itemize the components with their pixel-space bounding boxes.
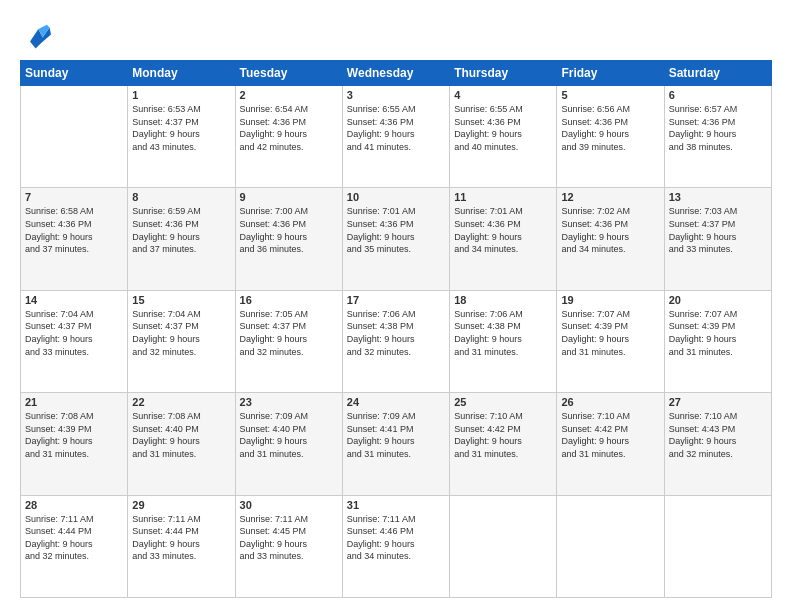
- day-number: 7: [25, 191, 123, 203]
- day-number: 10: [347, 191, 445, 203]
- col-header-friday: Friday: [557, 61, 664, 86]
- day-cell: 22Sunrise: 7:08 AMSunset: 4:40 PMDayligh…: [128, 393, 235, 495]
- day-number: 25: [454, 396, 552, 408]
- day-cell: 3Sunrise: 6:55 AMSunset: 4:36 PMDaylight…: [342, 86, 449, 188]
- day-cell: [21, 86, 128, 188]
- day-info: Sunrise: 7:11 AMSunset: 4:44 PMDaylight:…: [132, 513, 230, 563]
- day-cell: 23Sunrise: 7:09 AMSunset: 4:40 PMDayligh…: [235, 393, 342, 495]
- day-number: 23: [240, 396, 338, 408]
- day-info: Sunrise: 7:11 AMSunset: 4:46 PMDaylight:…: [347, 513, 445, 563]
- day-number: 1: [132, 89, 230, 101]
- header: [20, 18, 772, 50]
- day-number: 30: [240, 499, 338, 511]
- day-number: 2: [240, 89, 338, 101]
- day-info: Sunrise: 7:06 AMSunset: 4:38 PMDaylight:…: [454, 308, 552, 358]
- day-info: Sunrise: 7:07 AMSunset: 4:39 PMDaylight:…: [669, 308, 767, 358]
- day-info: Sunrise: 7:04 AMSunset: 4:37 PMDaylight:…: [25, 308, 123, 358]
- day-info: Sunrise: 6:54 AMSunset: 4:36 PMDaylight:…: [240, 103, 338, 153]
- day-number: 3: [347, 89, 445, 101]
- day-info: Sunrise: 7:08 AMSunset: 4:39 PMDaylight:…: [25, 410, 123, 460]
- page: SundayMondayTuesdayWednesdayThursdayFrid…: [0, 0, 792, 612]
- day-number: 16: [240, 294, 338, 306]
- day-info: Sunrise: 7:09 AMSunset: 4:41 PMDaylight:…: [347, 410, 445, 460]
- day-number: 15: [132, 294, 230, 306]
- day-cell: 26Sunrise: 7:10 AMSunset: 4:42 PMDayligh…: [557, 393, 664, 495]
- day-info: Sunrise: 7:10 AMSunset: 4:42 PMDaylight:…: [561, 410, 659, 460]
- calendar-table: SundayMondayTuesdayWednesdayThursdayFrid…: [20, 60, 772, 598]
- day-info: Sunrise: 7:00 AMSunset: 4:36 PMDaylight:…: [240, 205, 338, 255]
- day-info: Sunrise: 6:58 AMSunset: 4:36 PMDaylight:…: [25, 205, 123, 255]
- day-info: Sunrise: 7:10 AMSunset: 4:43 PMDaylight:…: [669, 410, 767, 460]
- day-cell: 19Sunrise: 7:07 AMSunset: 4:39 PMDayligh…: [557, 290, 664, 392]
- day-cell: [664, 495, 771, 597]
- day-cell: 31Sunrise: 7:11 AMSunset: 4:46 PMDayligh…: [342, 495, 449, 597]
- day-cell: 25Sunrise: 7:10 AMSunset: 4:42 PMDayligh…: [450, 393, 557, 495]
- day-number: 29: [132, 499, 230, 511]
- day-info: Sunrise: 6:53 AMSunset: 4:37 PMDaylight:…: [132, 103, 230, 153]
- day-cell: 6Sunrise: 6:57 AMSunset: 4:36 PMDaylight…: [664, 86, 771, 188]
- day-info: Sunrise: 7:03 AMSunset: 4:37 PMDaylight:…: [669, 205, 767, 255]
- day-cell: 2Sunrise: 6:54 AMSunset: 4:36 PMDaylight…: [235, 86, 342, 188]
- day-cell: 30Sunrise: 7:11 AMSunset: 4:45 PMDayligh…: [235, 495, 342, 597]
- week-row-5: 28Sunrise: 7:11 AMSunset: 4:44 PMDayligh…: [21, 495, 772, 597]
- day-number: 5: [561, 89, 659, 101]
- day-cell: 20Sunrise: 7:07 AMSunset: 4:39 PMDayligh…: [664, 290, 771, 392]
- col-header-tuesday: Tuesday: [235, 61, 342, 86]
- day-cell: 8Sunrise: 6:59 AMSunset: 4:36 PMDaylight…: [128, 188, 235, 290]
- day-cell: 16Sunrise: 7:05 AMSunset: 4:37 PMDayligh…: [235, 290, 342, 392]
- day-info: Sunrise: 6:57 AMSunset: 4:36 PMDaylight:…: [669, 103, 767, 153]
- day-number: 27: [669, 396, 767, 408]
- day-info: Sunrise: 7:01 AMSunset: 4:36 PMDaylight:…: [347, 205, 445, 255]
- day-info: Sunrise: 6:55 AMSunset: 4:36 PMDaylight:…: [454, 103, 552, 153]
- day-number: 8: [132, 191, 230, 203]
- day-cell: 13Sunrise: 7:03 AMSunset: 4:37 PMDayligh…: [664, 188, 771, 290]
- day-info: Sunrise: 7:09 AMSunset: 4:40 PMDaylight:…: [240, 410, 338, 460]
- day-cell: 4Sunrise: 6:55 AMSunset: 4:36 PMDaylight…: [450, 86, 557, 188]
- day-cell: 14Sunrise: 7:04 AMSunset: 4:37 PMDayligh…: [21, 290, 128, 392]
- logo: [20, 22, 51, 50]
- day-cell: 11Sunrise: 7:01 AMSunset: 4:36 PMDayligh…: [450, 188, 557, 290]
- day-number: 24: [347, 396, 445, 408]
- day-cell: 27Sunrise: 7:10 AMSunset: 4:43 PMDayligh…: [664, 393, 771, 495]
- day-info: Sunrise: 7:11 AMSunset: 4:45 PMDaylight:…: [240, 513, 338, 563]
- day-info: Sunrise: 6:56 AMSunset: 4:36 PMDaylight:…: [561, 103, 659, 153]
- col-header-sunday: Sunday: [21, 61, 128, 86]
- day-number: 31: [347, 499, 445, 511]
- day-number: 17: [347, 294, 445, 306]
- day-cell: 10Sunrise: 7:01 AMSunset: 4:36 PMDayligh…: [342, 188, 449, 290]
- day-info: Sunrise: 7:06 AMSunset: 4:38 PMDaylight:…: [347, 308, 445, 358]
- day-cell: 24Sunrise: 7:09 AMSunset: 4:41 PMDayligh…: [342, 393, 449, 495]
- day-number: 12: [561, 191, 659, 203]
- day-number: 26: [561, 396, 659, 408]
- day-cell: 17Sunrise: 7:06 AMSunset: 4:38 PMDayligh…: [342, 290, 449, 392]
- week-row-2: 7Sunrise: 6:58 AMSunset: 4:36 PMDaylight…: [21, 188, 772, 290]
- day-number: 21: [25, 396, 123, 408]
- day-cell: 15Sunrise: 7:04 AMSunset: 4:37 PMDayligh…: [128, 290, 235, 392]
- day-number: 9: [240, 191, 338, 203]
- day-cell: [450, 495, 557, 597]
- day-cell: 21Sunrise: 7:08 AMSunset: 4:39 PMDayligh…: [21, 393, 128, 495]
- day-cell: 29Sunrise: 7:11 AMSunset: 4:44 PMDayligh…: [128, 495, 235, 597]
- week-row-4: 21Sunrise: 7:08 AMSunset: 4:39 PMDayligh…: [21, 393, 772, 495]
- day-info: Sunrise: 7:05 AMSunset: 4:37 PMDaylight:…: [240, 308, 338, 358]
- day-number: 11: [454, 191, 552, 203]
- day-cell: [557, 495, 664, 597]
- day-cell: 7Sunrise: 6:58 AMSunset: 4:36 PMDaylight…: [21, 188, 128, 290]
- day-number: 13: [669, 191, 767, 203]
- day-number: 4: [454, 89, 552, 101]
- day-number: 19: [561, 294, 659, 306]
- day-number: 28: [25, 499, 123, 511]
- day-cell: 18Sunrise: 7:06 AMSunset: 4:38 PMDayligh…: [450, 290, 557, 392]
- day-info: Sunrise: 7:02 AMSunset: 4:36 PMDaylight:…: [561, 205, 659, 255]
- col-header-wednesday: Wednesday: [342, 61, 449, 86]
- day-number: 18: [454, 294, 552, 306]
- day-info: Sunrise: 7:07 AMSunset: 4:39 PMDaylight:…: [561, 308, 659, 358]
- day-info: Sunrise: 7:01 AMSunset: 4:36 PMDaylight:…: [454, 205, 552, 255]
- day-info: Sunrise: 7:11 AMSunset: 4:44 PMDaylight:…: [25, 513, 123, 563]
- day-number: 20: [669, 294, 767, 306]
- day-info: Sunrise: 7:10 AMSunset: 4:42 PMDaylight:…: [454, 410, 552, 460]
- logo-bird-icon: [23, 22, 51, 50]
- day-number: 14: [25, 294, 123, 306]
- calendar-header-row: SundayMondayTuesdayWednesdayThursdayFrid…: [21, 61, 772, 86]
- day-info: Sunrise: 7:04 AMSunset: 4:37 PMDaylight:…: [132, 308, 230, 358]
